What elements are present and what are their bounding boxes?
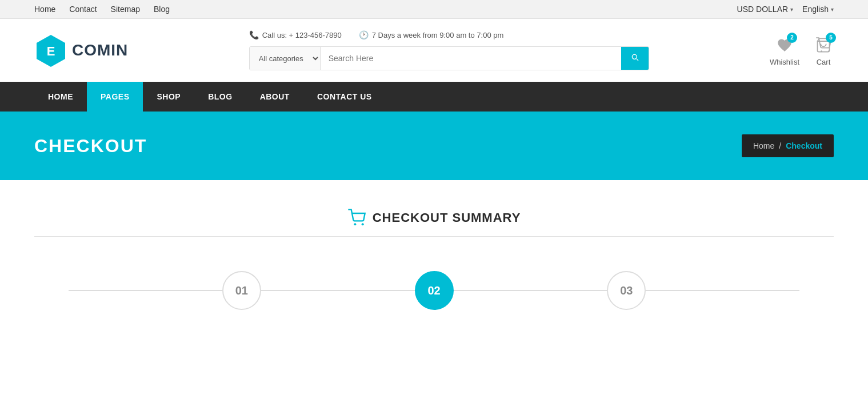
search-button[interactable] — [621, 47, 649, 70]
breadcrumb-home[interactable]: Home — [753, 141, 774, 150]
cart-button[interactable]: 5 Cart — [813, 35, 834, 66]
svg-point-5 — [361, 223, 363, 225]
main-nav: HOME PAGES SHOP BLOG ABOUT CONTACT US — [0, 82, 868, 112]
wishlist-icon-wrap: 2 — [774, 35, 795, 55]
currency-selector[interactable]: USD DOLLAR ▾ — [737, 5, 793, 14]
wishlist-button[interactable]: 2 Whishlist — [770, 35, 799, 66]
category-dropdown[interactable]: All categories — [250, 47, 321, 70]
breadcrumb: Home / Checkout — [742, 134, 834, 157]
divider — [34, 236, 834, 237]
currency-label: USD DOLLAR — [737, 5, 788, 14]
step-line-left — [69, 290, 222, 291]
step-3: 03 — [607, 271, 646, 310]
wishlist-badge: 2 — [787, 33, 797, 43]
hours-info: 🕐 7 Days a week from 9:00 am to 7:00 pm — [359, 30, 504, 39]
step-line-right — [646, 290, 799, 291]
cart-badge: 5 — [826, 33, 836, 43]
main-content: CHECKOUT SUMMARY 01 02 03 — [0, 180, 868, 350]
language-selector[interactable]: English ▾ — [802, 5, 834, 14]
nav-item-shop[interactable]: SHOP — [143, 82, 194, 112]
cart-label: Cart — [817, 58, 831, 66]
logo-name: COMIN — [72, 41, 128, 59]
search-input[interactable] — [321, 47, 621, 70]
currency-arrow-icon: ▾ — [790, 6, 793, 13]
phone-info: 📞 Call us: + 123-456-7890 — [249, 30, 342, 39]
nav-sitemap[interactable]: Sitemap — [111, 5, 140, 14]
top-nav: Home Contact Sitemap Blog — [34, 5, 170, 14]
wishlist-label: Whishlist — [770, 58, 799, 66]
nav-contact[interactable]: Contact — [69, 5, 97, 14]
step-1: 01 — [222, 271, 261, 310]
hours-text: 7 Days a week from 9:00 am to 7:00 pm — [372, 31, 504, 39]
search-bar: All categories — [249, 46, 649, 70]
svg-text:E: E — [47, 44, 55, 58]
nav-item-home[interactable]: HOME — [34, 82, 87, 112]
phone-text: Call us: + 123-456-7890 — [262, 31, 342, 39]
step-line-mid-left — [261, 290, 415, 291]
svg-point-3 — [828, 50, 829, 51]
step-2: 02 — [415, 271, 454, 310]
breadcrumb-current: Checkout — [786, 141, 822, 150]
language-arrow-icon: ▾ — [831, 6, 834, 13]
cart-summary-icon — [347, 209, 366, 227]
nav-home[interactable]: Home — [34, 5, 55, 14]
top-bar: Home Contact Sitemap Blog USD DOLLAR ▾ E… — [0, 0, 868, 19]
clock-icon: 🕐 — [359, 30, 369, 39]
nav-blog[interactable]: Blog — [154, 5, 170, 14]
nav-item-blog[interactable]: BLOG — [194, 82, 246, 112]
step-line-mid-right — [454, 290, 607, 291]
nav-item-contact[interactable]: CONTACT US — [303, 82, 386, 112]
logo-hex-icon: E — [34, 34, 67, 67]
page-title: CHECKOUT — [34, 136, 147, 157]
breadcrumb-separator: / — [779, 141, 781, 150]
contact-info: 📞 Call us: + 123-456-7890 🕐 7 Days a wee… — [249, 30, 649, 39]
language-label: English — [802, 5, 829, 14]
nav-item-about[interactable]: ABOUT — [246, 82, 303, 112]
header: E COMIN 📞 Call us: + 123-456-7890 🕐 7 Da… — [0, 19, 868, 82]
phone-icon: 📞 — [249, 30, 259, 39]
cart-icon-wrap: 5 — [813, 35, 834, 55]
top-bar-right: USD DOLLAR ▾ English ▾ — [737, 5, 834, 14]
svg-point-4 — [354, 223, 356, 225]
nav-item-pages[interactable]: PAGES — [87, 82, 143, 112]
checkout-summary-heading: CHECKOUT SUMMARY — [34, 209, 834, 227]
logo[interactable]: E COMIN — [34, 34, 128, 67]
checkout-summary-label: CHECKOUT SUMMARY — [373, 210, 521, 225]
header-right: 2 Whishlist 5 Cart — [770, 35, 834, 66]
header-center: 📞 Call us: + 123-456-7890 🕐 7 Days a wee… — [249, 30, 649, 70]
svg-point-2 — [821, 50, 822, 51]
page-banner: CHECKOUT Home / Checkout — [0, 112, 868, 180]
checkout-steps: 01 02 03 — [34, 260, 834, 321]
